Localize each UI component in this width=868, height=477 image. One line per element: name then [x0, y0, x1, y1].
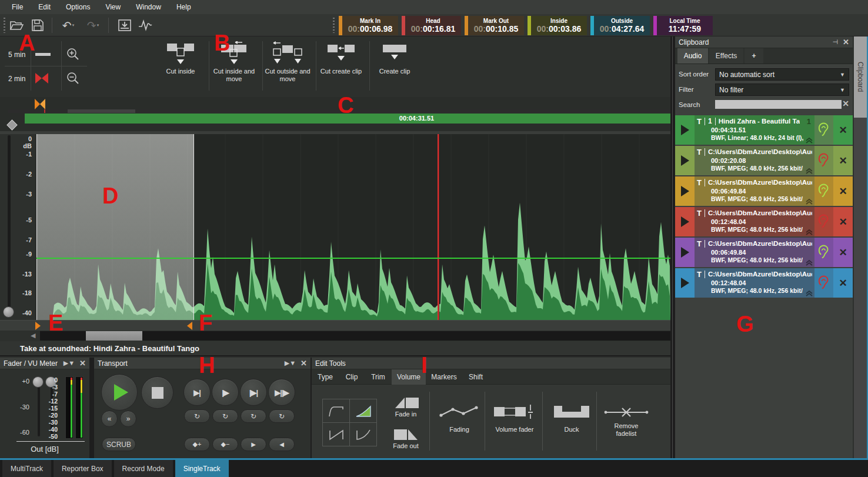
cut-create-clip-button[interactable]: Cut create clip: [315, 41, 368, 93]
clip-remove-button[interactable]: ✕: [833, 268, 853, 298]
clipboard-item[interactable]: T1Hindi Zahra - Beautiful Ta1 00:04:31.5…: [675, 115, 853, 145]
play-from-mark-button[interactable]: |▶: [212, 379, 239, 406]
cut-outside-and-move-button[interactable]: Cut outside and move: [261, 41, 314, 93]
expand-chevron-icon[interactable]: [805, 137, 813, 144]
tab-singletrack[interactable]: SingleTrack: [175, 460, 229, 477]
menu-edit[interactable]: Edit: [31, 1, 58, 14]
clip-remove-button[interactable]: ✕: [833, 207, 853, 236]
fader-knob[interactable]: [32, 376, 44, 388]
marker-strip[interactable]: [0, 320, 670, 331]
menu-help[interactable]: Help: [169, 1, 198, 14]
clipboard-item[interactable]: TC:\Users\DbmAzure\Desktop\Aud 00:02:20.…: [675, 146, 853, 175]
scrollbar-track[interactable]: [40, 331, 670, 341]
loop-button-1[interactable]: ↻: [184, 409, 210, 423]
prelisten-button[interactable]: [814, 238, 833, 267]
clip-info[interactable]: TC:\Users\DbmAzure\Desktop\Aud 00:12:48.…: [695, 207, 814, 236]
tab-audio[interactable]: Audio: [677, 48, 708, 64]
clip-remove-button[interactable]: ✕: [833, 115, 853, 145]
waveform-selection[interactable]: [36, 134, 194, 320]
sort-order-select[interactable]: No automatic sort▼: [715, 68, 849, 81]
fade-curve-exp-button[interactable]: [349, 422, 377, 446]
fade-in-button[interactable]: Fade in: [387, 394, 425, 418]
clip-play-button[interactable]: [675, 207, 695, 236]
volume-fader-button[interactable]: Volume fader: [489, 403, 540, 433]
clip-info[interactable]: TC:\Users\DbmAzure\Desktop\Aud 00:02:20.…: [695, 146, 814, 175]
toolbar-drag-handle[interactable]: [4, 18, 5, 33]
audio-signal-button[interactable]: [138, 16, 154, 34]
tab-clip[interactable]: Clip: [339, 369, 365, 385]
play-between-marks-button[interactable]: |▶|: [240, 379, 267, 406]
tab-shift[interactable]: Shift: [462, 369, 489, 385]
jump-back-button[interactable]: «: [101, 411, 118, 427]
loop-button-2[interactable]: ↻: [212, 409, 238, 423]
fade-curve-fast-button[interactable]: [322, 399, 350, 423]
prelisten-button[interactable]: [814, 115, 833, 145]
pin-icon[interactable]: ▶▼: [285, 359, 296, 367]
close-icon[interactable]: ✕: [79, 359, 86, 368]
expand-chevron-icon[interactable]: [805, 259, 813, 266]
scrub-button[interactable]: SCRUB: [102, 438, 136, 451]
prelisten-button[interactable]: [814, 207, 833, 236]
fade-curve-log-button-selected[interactable]: [349, 399, 377, 423]
volume-level-line[interactable]: [29, 258, 670, 259]
clip-info[interactable]: TC:\Users\DbmAzure\Desktop\Aud 00:06:49.…: [695, 176, 814, 206]
clip-remove-button[interactable]: ✕: [833, 146, 853, 175]
loop-button-4[interactable]: ↻: [269, 409, 295, 423]
close-icon[interactable]: ✕: [843, 38, 849, 46]
clip-remove-button[interactable]: ✕: [833, 238, 853, 267]
scrollbar-thumb[interactable]: [86, 331, 142, 341]
chevron-down-icon[interactable]: ▾: [72, 23, 75, 28]
stop-button[interactable]: [141, 376, 173, 409]
clip-info[interactable]: T1Hindi Zahra - Beautiful Ta1 00:04:31.5…: [695, 115, 814, 145]
filter-select[interactable]: No filter▼: [715, 84, 849, 96]
clipboard-side-tab[interactable]: Clipboard: [854, 36, 867, 118]
undo-button[interactable]: ↶▾: [58, 16, 79, 34]
close-icon[interactable]: ✕: [301, 359, 307, 368]
clip-play-button[interactable]: [675, 268, 695, 298]
zoom-in-button[interactable]: [66, 47, 80, 61]
clip-play-button[interactable]: [675, 238, 695, 267]
clip-play-button[interactable]: [675, 115, 695, 145]
next-marker-button[interactable]: ▶: [241, 438, 266, 451]
remove-marker-button[interactable]: ◆−: [212, 438, 238, 451]
play-around-button[interactable]: ▶||▶: [268, 379, 295, 406]
selection-diamond-icon[interactable]: [6, 119, 17, 130]
scroll-left-arrow-icon[interactable]: ◀: [31, 332, 35, 339]
search-input[interactable]: [715, 100, 842, 109]
cut-inside-button[interactable]: Cut inside: [154, 41, 207, 93]
expand-chevron-icon[interactable]: [805, 229, 813, 236]
fader-track[interactable]: [38, 382, 40, 436]
menu-view[interactable]: View: [98, 1, 128, 14]
tab-trim[interactable]: Trim: [365, 369, 392, 385]
menu-window[interactable]: Window: [129, 1, 168, 14]
menu-file[interactable]: File: [5, 1, 30, 14]
add-marker-button[interactable]: ◆+: [184, 438, 210, 451]
prelisten-button[interactable]: [814, 176, 833, 206]
horizontal-scrollbar[interactable]: ◀: [0, 331, 670, 341]
zoom-out-button[interactable]: [66, 71, 80, 85]
tab-reporter-box[interactable]: Reporter Box: [54, 460, 112, 477]
clipboard-item[interactable]: TC:\Users\DbmAzure\Desktop\Aud 00:12:48.…: [675, 268, 853, 298]
expand-chevron-icon[interactable]: [805, 290, 813, 297]
expand-chevron-icon[interactable]: [805, 168, 813, 175]
collapse-range-icon[interactable]: [35, 73, 48, 85]
menu-options[interactable]: Options: [59, 1, 97, 14]
clip-play-button[interactable]: [675, 176, 695, 206]
clip-remove-button[interactable]: ✕: [833, 176, 853, 206]
range-bar-icon[interactable]: [35, 53, 51, 56]
create-clip-button[interactable]: Create clip: [368, 41, 421, 93]
tab-type[interactable]: Type: [312, 369, 339, 385]
tab-effects[interactable]: Effects: [709, 48, 743, 64]
play-to-mark-button[interactable]: ▶|: [183, 379, 211, 406]
tab-add[interactable]: +: [745, 48, 763, 64]
clip-play-button[interactable]: [675, 146, 695, 175]
clear-search-icon[interactable]: ✕: [842, 99, 849, 108]
clipboard-item[interactable]: TC:\Users\DbmAzure\Desktop\Aud 00:06:49.…: [675, 176, 853, 206]
import-button[interactable]: [116, 16, 133, 34]
pin-icon[interactable]: ▶▼: [64, 359, 75, 367]
duck-button[interactable]: Duck: [549, 403, 594, 433]
prev-marker-button[interactable]: ◀: [269, 438, 295, 451]
clipboard-item[interactable]: TC:\Users\DbmAzure\Desktop\Aud 00:12:48.…: [675, 207, 853, 236]
tab-multitrack[interactable]: MultiTrack: [2, 460, 51, 477]
gain-slider-track[interactable]: [8, 135, 11, 318]
